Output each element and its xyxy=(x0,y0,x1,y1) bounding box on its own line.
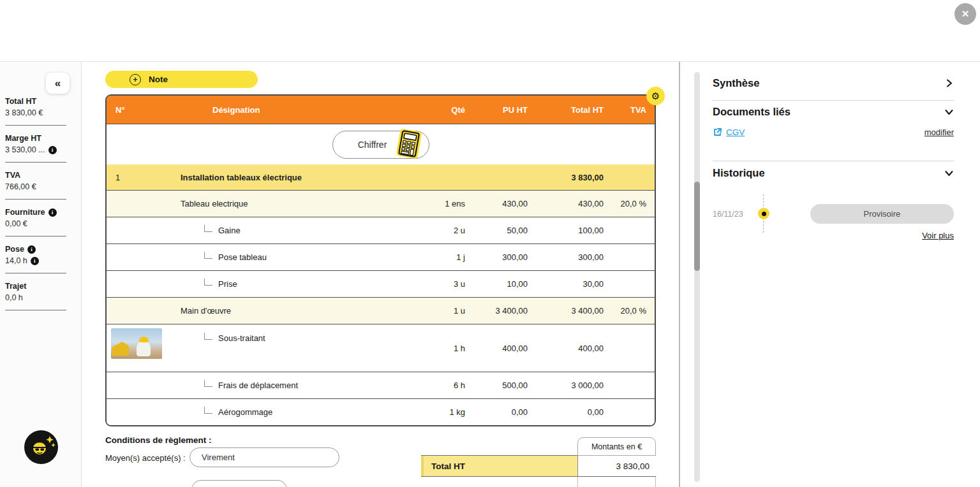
sidebar-stat-label: Trajet xyxy=(5,282,74,291)
history-status-badge: Provisoire xyxy=(810,204,954,224)
history-section-header[interactable]: Historique xyxy=(713,167,954,179)
documents-section-header[interactable]: Documents liés xyxy=(713,106,954,118)
payment-conditions-title: Conditions de règlement : xyxy=(105,435,212,445)
info-icon[interactable]: i xyxy=(48,208,57,217)
row-designation: Gaine xyxy=(142,226,411,235)
row-qty: 1 ens xyxy=(411,199,465,208)
sidebar-collapse-button[interactable]: « xyxy=(46,73,70,94)
chiffrer-label: Chiffrer xyxy=(358,140,387,150)
table-settings-button[interactable]: ⚙ xyxy=(646,87,665,105)
sidebar-stat-value: 14,0 hi xyxy=(5,256,74,265)
row-pu-ht: 300,00 xyxy=(465,252,528,262)
info-icon[interactable]: i xyxy=(31,257,39,265)
totals-value: 3 830,00 xyxy=(577,456,656,476)
totals-next-row-partial xyxy=(421,477,656,487)
collapse-chevrons-icon: « xyxy=(55,77,61,90)
scrollbar-track[interactable] xyxy=(694,72,700,482)
row-number: 1 xyxy=(107,173,142,182)
cgv-link[interactable]: CGV xyxy=(713,127,745,137)
row-label: Pose tableau xyxy=(218,252,267,262)
col-total-ht: Total HT xyxy=(528,105,604,115)
stat-value-text: 0,00 € xyxy=(5,219,27,228)
row-label: Main d'œuvre xyxy=(181,306,231,316)
indent-elbow-icon xyxy=(204,279,212,286)
col-pu-ht: PU HT xyxy=(465,105,528,115)
info-icon[interactable]: i xyxy=(48,146,57,154)
payment-method-input[interactable]: Virement xyxy=(189,447,339,467)
add-note-button[interactable]: + Note xyxy=(105,71,258,88)
sidebar-stat-label: Total HT xyxy=(5,97,74,106)
row-pu-ht: 50,00 xyxy=(465,226,528,235)
row-total-ht: 3 400,00 xyxy=(528,306,604,316)
row-label: Frais de déplacement xyxy=(218,381,298,390)
calculator-icon xyxy=(394,127,424,161)
totals-rows: Total HT3 830,00 xyxy=(421,455,656,477)
photo-helmet-shape xyxy=(139,337,149,342)
info-icon[interactable]: i xyxy=(27,245,36,254)
table-row[interactable]: Gaine2 u50,00100,00 xyxy=(107,217,655,244)
assistant-button[interactable] xyxy=(24,430,58,464)
table-row[interactable]: Aérogommage1 kg0,000,00 xyxy=(107,398,655,425)
row-designation: Main d'œuvre xyxy=(142,306,411,316)
row-qty: 2 u xyxy=(411,226,465,235)
sidebar-stat-label: Posei xyxy=(5,245,74,254)
row-total-ht: 3 000,00 xyxy=(528,381,604,390)
row-total-ht: 430,00 xyxy=(528,199,604,208)
table-row[interactable]: 1Installation tableaux électrique3 830,0… xyxy=(107,164,655,190)
close-button[interactable]: ✕ xyxy=(954,3,976,25)
stat-value-text: 3 530,00 ... xyxy=(5,145,45,154)
panel-divider xyxy=(713,100,954,101)
table-row[interactable]: Prise3 u10,0030,00 xyxy=(107,270,655,297)
linked-document-row: CGV modifier xyxy=(713,127,954,137)
history-date: 16/11/23 xyxy=(713,210,743,219)
row-qty: 6 h xyxy=(411,381,465,390)
synthese-section-header[interactable]: Synthèse xyxy=(713,77,954,89)
table-row[interactable]: Pose tableau1 j300,00300,00 xyxy=(107,244,655,270)
row-total-ht: 0,00 xyxy=(528,407,604,417)
photo-machine-shape xyxy=(112,342,129,356)
row-label: Installation tableaux électrique xyxy=(181,173,302,182)
stat-value-text: 14,0 h xyxy=(5,256,27,265)
row-label: Sous-traitant xyxy=(218,333,265,343)
stat-label-text: TVA xyxy=(5,171,20,180)
stat-divider xyxy=(5,125,66,126)
row-qty: 1 j xyxy=(411,252,465,262)
table-row[interactable]: Frais de déplacement6 h500,003 000,00 xyxy=(107,372,655,398)
table-row[interactable]: Sous-traitant1 h400,00400,00 xyxy=(107,324,655,372)
payment-secondary-input[interactable] xyxy=(191,480,287,487)
totals-label: Total HT xyxy=(421,456,577,476)
row-designation: Frais de déplacement xyxy=(142,381,411,390)
table-row[interactable]: Tableau electrique1 ens430,00430,0020,0 … xyxy=(107,190,655,217)
indent-elbow-icon xyxy=(204,225,212,232)
sidebar-stat-label: Fourniturei xyxy=(5,208,74,217)
gear-icon: ⚙ xyxy=(651,91,660,102)
table-header-row: N° Désignation Qté PU HT Total HT TVA xyxy=(107,96,655,124)
row-qty: 1 u xyxy=(411,306,465,316)
modifier-link[interactable]: modifier xyxy=(924,127,954,137)
voir-plus-link[interactable]: Voir plus xyxy=(713,231,954,240)
chevron-right-icon xyxy=(944,78,954,88)
history-entry: 16/11/23Provisoire xyxy=(713,204,954,224)
photo-person-shape xyxy=(137,341,151,356)
stat-divider xyxy=(5,199,66,200)
indent-elbow-icon xyxy=(204,252,212,259)
row-designation: Aérogommage xyxy=(142,407,411,417)
sidebar-stat-value: 3 530,00 ...i xyxy=(5,145,74,154)
stat-value-text: 0,0 h xyxy=(5,293,23,302)
close-icon: ✕ xyxy=(961,8,970,20)
chiffrer-button[interactable]: Chiffrer xyxy=(332,131,429,159)
row-label: Aérogommage xyxy=(218,407,272,417)
stat-divider xyxy=(5,236,66,236)
scrollbar-thumb[interactable] xyxy=(694,182,700,271)
table-row[interactable]: Main d'œuvre1 u3 400,003 400,0020,0 % xyxy=(107,297,655,324)
assistant-mascot-icon xyxy=(24,430,58,464)
stat-divider xyxy=(5,310,66,310)
row-total-ht: 400,00 xyxy=(528,344,604,353)
row-designation: Sous-traitant xyxy=(142,324,411,343)
row-total-ht: 3 830,00 xyxy=(528,173,604,182)
row-label: Gaine xyxy=(218,226,241,235)
row-total-ht: 300,00 xyxy=(528,252,604,262)
stat-label-text: Marge HT xyxy=(5,134,41,143)
quote-table: N° Désignation Qté PU HT Total HT TVA Ch… xyxy=(105,94,656,426)
row-pu-ht: 10,00 xyxy=(465,279,528,289)
